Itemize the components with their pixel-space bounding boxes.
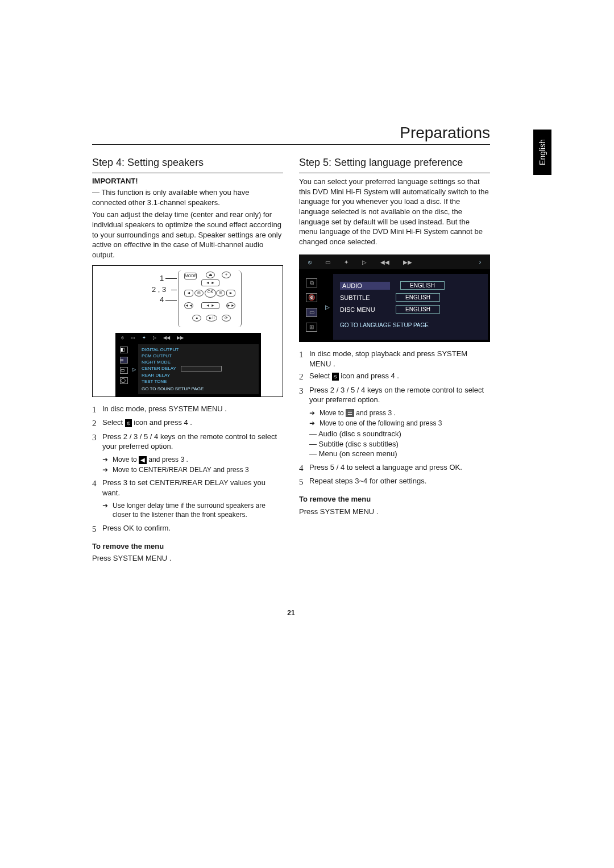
subtitle-icon: ☰ — [346, 409, 354, 417]
step5-heading: Step 5: Setting language preference — [299, 156, 490, 173]
step5-list: 1In disc mode, stop playback and press S… — [299, 349, 490, 404]
menu-row: AUDIO ENGLISH — [340, 279, 481, 291]
remove-menu-text-right: Press SYSTEM MENU . — [299, 507, 490, 517]
step5-list-cont: 4Press 5 / 4 to select a language and pr… — [299, 462, 490, 488]
menu-top-icons: ⎋▭✦▷◀◀▶▶ — [115, 333, 261, 342]
menu-item: CENTER DELAY — [142, 366, 176, 372]
language-tab: English — [533, 130, 551, 175]
menu-row: SUBTITLE ENGLISH — [340, 291, 481, 303]
important-label: IMPORTANT! — [92, 177, 283, 185]
menu-list: DIGITAL OUTPUT PCM OUTPUT NIGHT MODE CEN… — [138, 344, 259, 394]
step4-intro: You can adjust the delay time (center an… — [92, 210, 283, 260]
menu-item: PCM OUTPUT — [142, 353, 172, 358]
sound-setup-menu: ⎋▭✦▷◀◀▶▶ ◧ ⧈ ▭ ◯ ▷ DIGITAL OUTPUT PCM OU… — [115, 333, 261, 397]
menu-footer: GO TO SOUND SETUP PAGE — [142, 386, 204, 391]
menu-footer: GO TO LANGUAGE SETUP PAGE — [340, 322, 481, 328]
step5-4: Press 5 / 4 to select a language and pre… — [309, 462, 490, 474]
menu-side-icons: ⧉ 🔇 ▭ ⊞ — [301, 274, 322, 340]
step4-4: Press 3 to set CENTER/REAR DELAY values … — [102, 478, 283, 498]
step5-intro: You can select your preferred language s… — [299, 177, 490, 247]
step5-3-sub2: ➜ Move to one of the following and press… — [309, 419, 490, 428]
menu-item: NIGHT MODE — [142, 360, 171, 365]
menu-item: DIGITAL OUTPUT — [142, 347, 179, 352]
menu-top-icons: ⎋▭✦▷◀◀▶▶ › — [299, 254, 490, 272]
step4-3: Press 2 / 3 / 5 / 4 keys on the remote c… — [102, 432, 283, 452]
menu-list: AUDIO ENGLISH SUBTITLE ENGLISH DISC MENU… — [333, 274, 488, 340]
left-arrow-icon: ◀ — [139, 456, 147, 464]
step5-notes: — Audio (disc s soundtrack) — Subtitle (… — [309, 429, 490, 459]
step4-heading: Step 4: Setting speakers — [92, 156, 283, 173]
language-tab-label: English — [538, 139, 547, 165]
remote-graphic: MODE ⏏ + ◄ ► ◄ OK ► ⊞ ⊞ ◄◄ ◄ ► ►► ● ►II … — [178, 270, 242, 327]
step4-3-sub1: ➜ Move to ◀ and press 3 . — [102, 455, 283, 464]
callout-1: 1 — [160, 274, 164, 282]
remove-menu-heading-right: To remove the menu — [299, 494, 490, 504]
step4-list-cont: 4 Press 3 to set CENTER/REAR DELAY value… — [92, 478, 283, 498]
speaker-icon: ⎋ — [125, 419, 132, 427]
chapter-title: Preparations — [92, 124, 490, 145]
step4-list-end: 5Press OK to confirm. — [92, 523, 283, 535]
menu-side-icons: ◧ ⧈ ▭ ◯ — [118, 344, 130, 394]
page-number: 21 — [287, 609, 294, 617]
remove-menu-heading-left: To remove the menu — [92, 541, 283, 552]
step4-5: Press OK to confirm. — [102, 523, 283, 535]
step4-3-sub2: ➜ Move to CENTER/REAR DELAY and press 3 — [102, 465, 283, 474]
left-column: Step 4: Setting speakers IMPORTANT! — Th… — [92, 156, 283, 566]
right-column: Step 5: Setting language preference You … — [299, 156, 490, 566]
step5-1: In disc mode, stop playback and press SY… — [309, 349, 490, 369]
step5-2: Select ⎋ icon and press 4 . — [309, 371, 490, 382]
manual-page: Preparations English Step 4: Setting spe… — [92, 124, 490, 566]
language-setup-menu: ⎋▭✦▷◀◀▶▶ › ⧉ 🔇 ▭ ⊞ ▷ AUDIO ENGLISH — [299, 254, 490, 342]
content-columns: Step 4: Setting speakers IMPORTANT! — Th… — [92, 156, 490, 566]
remove-menu-text-left: Press SYSTEM MENU . — [92, 553, 283, 564]
menu-item: TEST TONE — [142, 379, 167, 384]
menu-pointer: ▷ — [325, 274, 330, 340]
callout-23: 2 , 3 — [152, 285, 166, 294]
menu-item: REAR DELAY — [142, 373, 170, 378]
menu-row: DISC MENU ENGLISH — [340, 303, 481, 315]
step5-3: Press 2 / 3 / 5 / 4 keys on the remote c… — [309, 385, 490, 405]
important-text: — This function is only available when y… — [92, 187, 283, 207]
speaker-diagram: MODE ⏏ + ◄ ► ◄ OK ► ⊞ ⊞ ◄◄ ◄ ► ►► ● ►II … — [92, 265, 283, 397]
speaker-icon: ⎋ — [332, 373, 339, 381]
step4-list: 1In disc mode, press SYSTEM MENU . 2 Sel… — [92, 404, 283, 452]
step5-3-sub1: ➜ Move to ☰ and press 3 . — [309, 408, 490, 418]
step4-4-note: ➜ Use longer delay time if the surround … — [102, 501, 283, 519]
callout-4: 4 — [160, 295, 164, 304]
step4-1: In disc mode, press SYSTEM MENU . — [102, 404, 283, 415]
step5-5: Repeat steps 3~4 for other settings. — [309, 476, 490, 487]
step4-2: Select ⎋ icon and press 4 . — [102, 418, 283, 429]
